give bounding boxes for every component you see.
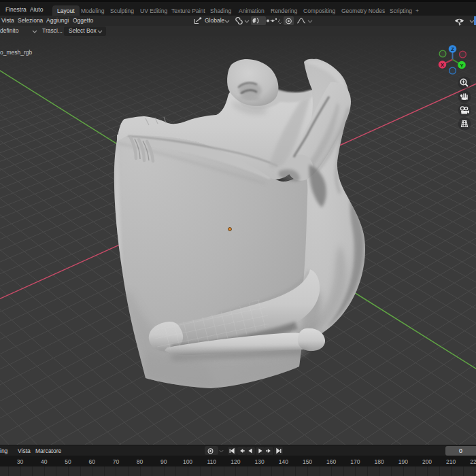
svg-text:X: X [441,62,444,68]
svg-text:Y: Y [460,63,463,69]
svg-text:Z: Z [451,46,454,52]
svg-text:o_mesh_rgb: o_mesh_rgb [0,49,33,56]
